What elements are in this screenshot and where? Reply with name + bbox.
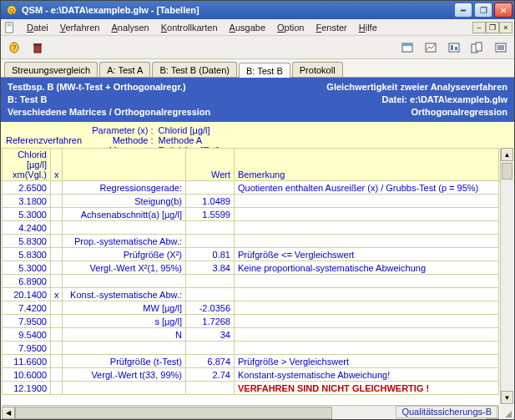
cell[interactable] [235, 235, 499, 248]
cell[interactable]: N [63, 328, 186, 342]
table-row[interactable]: 5.3000Achsenabschnitt(a) [µg/l]1.5599 [3, 208, 499, 221]
cell[interactable]: 1.0489 [186, 195, 235, 208]
cell[interactable]: x [51, 288, 63, 301]
cell[interactable] [235, 342, 499, 355]
cell[interactable]: 20.1400 [3, 288, 51, 301]
cell[interactable]: 3.84 [186, 261, 235, 275]
table-row[interactable]: 11.6600Prüfgröße (t-Test)6.874Prüfgröße … [3, 355, 499, 368]
cell[interactable] [186, 221, 235, 235]
table-row[interactable]: 6.8900 [3, 275, 499, 288]
table-row[interactable]: 5.8300Prüfgröße (X²)0.81Prüfgröße <= Ver… [3, 248, 499, 261]
tool4-button[interactable] [469, 39, 486, 56]
cell[interactable] [51, 195, 63, 208]
cell[interactable] [186, 181, 235, 195]
cell[interactable] [51, 342, 63, 355]
cell[interactable] [235, 208, 499, 221]
cell[interactable]: 10.6000 [3, 368, 51, 382]
col-x[interactable]: x [51, 149, 63, 181]
cell[interactable]: Prüfgröße (t-Test) [63, 355, 186, 368]
menu-analysen[interactable]: Analysen [105, 21, 154, 34]
cell[interactable] [235, 275, 499, 288]
cell[interactable] [186, 288, 235, 301]
scroll-up-icon[interactable]: ▲ [501, 148, 513, 161]
cell[interactable] [63, 275, 186, 288]
cell[interactable]: -2.0356 [186, 301, 235, 315]
menu-verfahren[interactable]: Verfahren [54, 21, 106, 34]
cell[interactable]: Quotienten enthalten Ausreißer (x) / Gru… [235, 181, 499, 195]
cell[interactable]: 0.81 [186, 248, 235, 261]
cell[interactable] [51, 355, 63, 368]
cell[interactable] [186, 342, 235, 355]
cell[interactable]: 9.5400 [3, 328, 51, 342]
cell[interactable] [51, 301, 63, 315]
cell[interactable] [63, 382, 186, 395]
cell[interactable] [51, 315, 63, 328]
help-button[interactable]: ? [6, 39, 23, 56]
cell[interactable]: VERFAHREN SIND NICHT GLEICHWERTIG ! [235, 382, 499, 395]
cell[interactable]: 7.9500 [3, 315, 51, 328]
cell[interactable]: 1.5599 [186, 208, 235, 221]
menu-hilfe[interactable]: Hilfe [353, 21, 383, 34]
cell[interactable]: 3.1800 [3, 195, 51, 208]
cell[interactable] [51, 208, 63, 221]
cell[interactable]: 5.8300 [3, 248, 51, 261]
cell[interactable]: 2.74 [186, 368, 235, 382]
cell[interactable]: 12.1900 [3, 382, 51, 395]
table-row[interactable]: 12.1900VERFAHREN SIND NICHT GLEICHWERTIG… [3, 382, 499, 395]
table-row[interactable]: 20.1400xKonst.-systematische Abw.: [3, 288, 499, 301]
table-row[interactable]: 7.4200MW [µg/l]-2.0356 [3, 301, 499, 315]
cell[interactable] [51, 261, 63, 275]
cell[interactable] [51, 235, 63, 248]
cell[interactable]: 7.9500 [3, 342, 51, 355]
col-lbl[interactable] [63, 149, 186, 181]
tab-2[interactable]: B: Test B (Daten) [152, 62, 237, 77]
table-row[interactable]: 5.3000Vergl.-Wert X²(1, 95%)3.84Keine pr… [3, 261, 499, 275]
col-vgl[interactable]: Chlorid [µg/l] xm(Vgl.) [3, 149, 51, 181]
cell[interactable]: Keine proportional-systematische Abweich… [235, 261, 499, 275]
h-scroll-thumb[interactable] [15, 407, 332, 419]
cell[interactable]: Regressionsgerade: [63, 181, 186, 195]
tool1-button[interactable] [399, 39, 416, 56]
table-row[interactable]: 3.1800Steigung(b)1.0489 [3, 195, 499, 208]
data-grid[interactable]: Chlorid [µg/l] xm(Vgl.) x Wert Bemerkung… [2, 148, 499, 395]
vertical-scrollbar[interactable]: ▲ ▼ [500, 148, 513, 404]
cell[interactable] [186, 382, 235, 395]
cell[interactable]: MW [µg/l] [63, 301, 186, 315]
cell[interactable] [186, 235, 235, 248]
mdi-minimize-button[interactable]: − [472, 22, 486, 33]
table-row[interactable]: 4.2400 [3, 221, 499, 235]
cell[interactable] [63, 342, 186, 355]
cell[interactable]: Vergl.-Wert X²(1, 95%) [63, 261, 186, 275]
cell[interactable]: 4.2400 [3, 221, 51, 235]
table-row[interactable]: 7.9500s [µg/l]1.7268 [3, 315, 499, 328]
minimize-button[interactable]: ━ [454, 3, 472, 18]
cell[interactable] [235, 221, 499, 235]
delete-button[interactable] [29, 39, 46, 56]
cell[interactable] [51, 221, 63, 235]
table-row[interactable]: 10.6000Vergl.-Wert t(33, 99%)2.74Konstan… [3, 368, 499, 382]
cell[interactable] [235, 195, 499, 208]
tool2-button[interactable] [422, 39, 439, 56]
cell[interactable]: Prüfgröße (X²) [63, 248, 186, 261]
cell[interactable]: Achsenabschnitt(a) [µg/l] [63, 208, 186, 221]
cell[interactable] [51, 275, 63, 288]
cell[interactable]: 5.8300 [3, 235, 51, 248]
tab-3[interactable]: B: Test B [239, 63, 290, 78]
cell[interactable] [235, 328, 499, 342]
cell[interactable]: 2.6500 [3, 181, 51, 195]
tool3-button[interactable] [446, 39, 462, 56]
cell[interactable] [235, 288, 499, 301]
cell[interactable] [51, 181, 63, 195]
cell[interactable]: 34 [186, 328, 235, 342]
menu-kontrollkarten[interactable]: Kontrollkarten [155, 21, 224, 34]
cell[interactable]: 5.3000 [3, 261, 51, 275]
tab-0[interactable]: Streuungsvergleich [4, 62, 98, 77]
cell[interactable] [235, 315, 499, 328]
cell[interactable]: s [µg/l] [63, 315, 186, 328]
cell[interactable]: Vergl.-Wert t(33, 99%) [63, 368, 186, 382]
cell[interactable]: 1.7268 [186, 315, 235, 328]
cell[interactable] [63, 221, 186, 235]
menu-option[interactable]: Option [271, 21, 310, 34]
cell[interactable]: 11.6600 [3, 355, 51, 368]
resize-grip[interactable] [500, 405, 513, 419]
